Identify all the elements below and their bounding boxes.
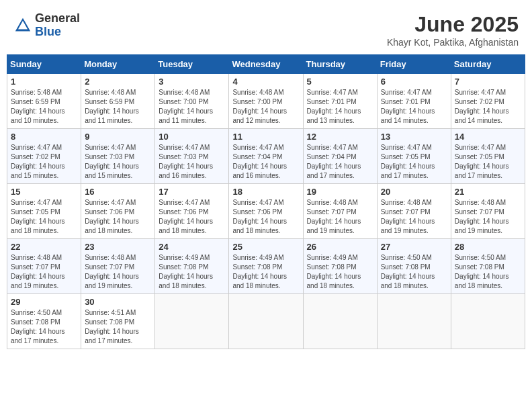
day-number: 8 (11, 132, 77, 142)
week-row-2: 8Sunrise: 4:47 AMSunset: 7:02 PMDaylight… (7, 129, 525, 184)
day-info: Sunrise: 4:47 AMSunset: 7:05 PMDaylight:… (455, 143, 521, 181)
day-cell: 3Sunrise: 4:48 AMSunset: 7:00 PMDaylight… (155, 74, 229, 129)
day-number: 12 (307, 132, 373, 142)
day-number: 11 (232, 132, 299, 142)
day-number: 4 (232, 77, 299, 87)
day-cell: 11Sunrise: 4:47 AMSunset: 7:04 PMDayligh… (229, 129, 303, 184)
day-number: 28 (455, 242, 521, 252)
header-tuesday: Tuesday (155, 55, 229, 74)
day-cell: 26Sunrise: 4:49 AMSunset: 7:08 PMDayligh… (303, 239, 377, 294)
day-number: 18 (232, 187, 299, 197)
day-number: 13 (381, 132, 447, 142)
day-cell: 23Sunrise: 4:48 AMSunset: 7:07 PMDayligh… (81, 239, 155, 294)
day-number: 1 (11, 77, 77, 87)
day-number: 20 (381, 187, 447, 197)
day-cell (303, 294, 377, 349)
day-number: 26 (307, 242, 373, 252)
day-cell: 20Sunrise: 4:48 AMSunset: 7:07 PMDayligh… (377, 184, 451, 239)
day-number: 24 (159, 242, 225, 252)
day-number: 2 (85, 77, 151, 87)
day-info: Sunrise: 4:47 AMSunset: 7:06 PMDaylight:… (85, 198, 151, 236)
page-header: General Blue June 2025 Khayr Kot, Paktik… (7, 7, 525, 50)
day-cell: 15Sunrise: 4:47 AMSunset: 7:05 PMDayligh… (7, 184, 81, 239)
logo-general: General (35, 12, 80, 26)
day-number: 29 (11, 297, 77, 307)
day-info: Sunrise: 4:47 AMSunset: 7:05 PMDaylight:… (11, 198, 77, 236)
day-number: 10 (159, 132, 225, 142)
day-info: Sunrise: 4:47 AMSunset: 7:01 PMDaylight:… (307, 88, 373, 126)
day-cell: 6Sunrise: 4:47 AMSunset: 7:01 PMDaylight… (377, 74, 451, 129)
day-info: Sunrise: 4:48 AMSunset: 6:59 PMDaylight:… (85, 88, 151, 126)
day-cell: 16Sunrise: 4:47 AMSunset: 7:06 PMDayligh… (81, 184, 155, 239)
day-cell: 13Sunrise: 4:47 AMSunset: 7:05 PMDayligh… (377, 129, 451, 184)
logo-icon (13, 16, 32, 35)
day-number: 17 (159, 187, 225, 197)
day-cell: 1Sunrise: 5:48 AMSunset: 6:59 PMDaylight… (7, 74, 81, 129)
day-info: Sunrise: 4:47 AMSunset: 7:02 PMDaylight:… (11, 143, 77, 181)
day-info: Sunrise: 4:48 AMSunset: 7:00 PMDaylight:… (159, 88, 225, 126)
day-info: Sunrise: 4:48 AMSunset: 7:07 PMDaylight:… (11, 253, 77, 291)
day-cell: 17Sunrise: 4:47 AMSunset: 7:06 PMDayligh… (155, 184, 229, 239)
day-info: Sunrise: 4:50 AMSunset: 7:08 PMDaylight:… (381, 253, 447, 291)
day-number: 14 (455, 132, 521, 142)
calendar-header-row: SundayMondayTuesdayWednesdayThursdayFrid… (7, 55, 525, 74)
header-thursday: Thursday (303, 55, 377, 74)
month-title: June 2025 (387, 12, 519, 37)
week-row-1: 1Sunrise: 5:48 AMSunset: 6:59 PMDaylight… (7, 74, 525, 129)
logo-blue: Blue (35, 26, 80, 39)
week-row-4: 22Sunrise: 4:48 AMSunset: 7:07 PMDayligh… (7, 239, 525, 294)
day-cell: 12Sunrise: 4:47 AMSunset: 7:04 PMDayligh… (303, 129, 377, 184)
day-info: Sunrise: 4:51 AMSunset: 7:08 PMDaylight:… (85, 308, 151, 346)
day-info: Sunrise: 4:48 AMSunset: 7:07 PMDaylight:… (455, 198, 521, 236)
header-sunday: Sunday (7, 55, 81, 74)
day-cell: 5Sunrise: 4:47 AMSunset: 7:01 PMDaylight… (303, 74, 377, 129)
logo: General Blue (13, 12, 80, 39)
day-number: 25 (232, 242, 299, 252)
header-saturday: Saturday (451, 55, 525, 74)
day-number: 15 (11, 187, 77, 197)
day-info: Sunrise: 4:47 AMSunset: 7:02 PMDaylight:… (455, 88, 521, 126)
week-row-3: 15Sunrise: 4:47 AMSunset: 7:05 PMDayligh… (7, 184, 525, 239)
day-cell: 18Sunrise: 4:47 AMSunset: 7:06 PMDayligh… (229, 184, 303, 239)
day-cell: 19Sunrise: 4:48 AMSunset: 7:07 PMDayligh… (303, 184, 377, 239)
day-info: Sunrise: 4:47 AMSunset: 7:04 PMDaylight:… (232, 143, 299, 181)
day-info: Sunrise: 4:48 AMSunset: 7:00 PMDaylight:… (232, 88, 299, 126)
day-info: Sunrise: 5:48 AMSunset: 6:59 PMDaylight:… (11, 88, 77, 126)
day-info: Sunrise: 4:48 AMSunset: 7:07 PMDaylight:… (85, 253, 151, 291)
day-info: Sunrise: 4:47 AMSunset: 7:05 PMDaylight:… (381, 143, 447, 181)
day-number: 3 (159, 77, 225, 87)
day-info: Sunrise: 4:50 AMSunset: 7:08 PMDaylight:… (455, 253, 521, 291)
day-number: 5 (307, 77, 373, 87)
day-number: 27 (381, 242, 447, 252)
day-number: 9 (85, 132, 151, 142)
calendar-table: SundayMondayTuesdayWednesdayThursdayFrid… (7, 54, 525, 349)
day-number: 21 (455, 187, 521, 197)
day-cell: 10Sunrise: 4:47 AMSunset: 7:03 PMDayligh… (155, 129, 229, 184)
day-cell: 21Sunrise: 4:48 AMSunset: 7:07 PMDayligh… (451, 184, 525, 239)
day-info: Sunrise: 4:47 AMSunset: 7:03 PMDaylight:… (159, 143, 225, 181)
day-number: 19 (307, 187, 373, 197)
day-cell: 30Sunrise: 4:51 AMSunset: 7:08 PMDayligh… (81, 294, 155, 349)
day-cell (229, 294, 303, 349)
day-cell: 7Sunrise: 4:47 AMSunset: 7:02 PMDaylight… (451, 74, 525, 129)
header-friday: Friday (377, 55, 451, 74)
day-info: Sunrise: 4:48 AMSunset: 7:07 PMDaylight:… (381, 198, 447, 236)
day-info: Sunrise: 4:47 AMSunset: 7:04 PMDaylight:… (307, 143, 373, 181)
day-number: 7 (455, 77, 521, 87)
day-number: 22 (11, 242, 77, 252)
day-info: Sunrise: 4:47 AMSunset: 7:06 PMDaylight:… (232, 198, 299, 236)
header-monday: Monday (81, 55, 155, 74)
day-cell: 4Sunrise: 4:48 AMSunset: 7:00 PMDaylight… (229, 74, 303, 129)
day-cell: 27Sunrise: 4:50 AMSunset: 7:08 PMDayligh… (377, 239, 451, 294)
day-info: Sunrise: 4:47 AMSunset: 7:03 PMDaylight:… (85, 143, 151, 181)
day-info: Sunrise: 4:47 AMSunset: 7:06 PMDaylight:… (159, 198, 225, 236)
day-info: Sunrise: 4:49 AMSunset: 7:08 PMDaylight:… (232, 253, 299, 291)
day-cell: 8Sunrise: 4:47 AMSunset: 7:02 PMDaylight… (7, 129, 81, 184)
day-cell: 9Sunrise: 4:47 AMSunset: 7:03 PMDaylight… (81, 129, 155, 184)
day-info: Sunrise: 4:48 AMSunset: 7:07 PMDaylight:… (307, 198, 373, 236)
header-wednesday: Wednesday (229, 55, 303, 74)
day-cell: 24Sunrise: 4:49 AMSunset: 7:08 PMDayligh… (155, 239, 229, 294)
day-cell: 28Sunrise: 4:50 AMSunset: 7:08 PMDayligh… (451, 239, 525, 294)
day-cell: 22Sunrise: 4:48 AMSunset: 7:07 PMDayligh… (7, 239, 81, 294)
day-info: Sunrise: 4:49 AMSunset: 7:08 PMDaylight:… (307, 253, 373, 291)
